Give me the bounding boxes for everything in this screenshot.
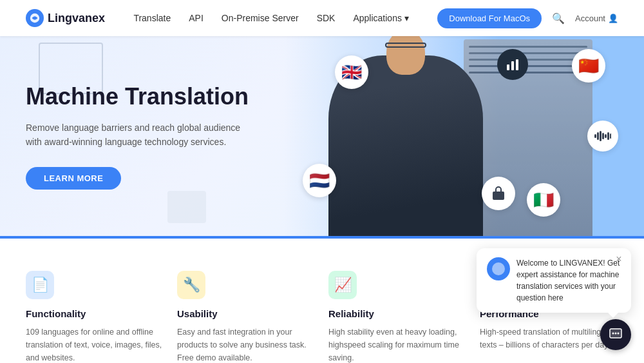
feature-icon-usability: 🔧 bbox=[177, 271, 205, 299]
chart-icon-circle bbox=[497, 49, 528, 80]
svg-rect-5 bbox=[597, 132, 599, 140]
svg-rect-3 bbox=[516, 59, 518, 70]
feature-icon-reliability: 📈 bbox=[328, 271, 357, 299]
search-icon[interactable]: 🔍 bbox=[552, 12, 565, 25]
navbar: Lingvanex Translate API On-Premise Serve… bbox=[0, 0, 644, 36]
nav-api[interactable]: API bbox=[189, 13, 204, 23]
svg-rect-7 bbox=[602, 133, 604, 139]
download-button[interactable]: Download For MacOs bbox=[437, 8, 542, 28]
svg-rect-6 bbox=[600, 131, 601, 141]
learn-more-button[interactable]: LEARN MORE bbox=[26, 167, 121, 190]
svg-rect-9 bbox=[607, 132, 609, 140]
hero-image: 🇬🇧 🇳🇱 🇨🇳 🇮🇹 bbox=[283, 36, 644, 236]
hero-subtitle: Remove language barriers and reach globa… bbox=[26, 121, 245, 150]
hero-content: Machine Translation Remove language barr… bbox=[0, 50, 274, 222]
svg-rect-4 bbox=[594, 134, 596, 138]
svg-rect-2 bbox=[511, 61, 514, 70]
svg-point-14 bbox=[615, 333, 617, 335]
chat-open-button[interactable] bbox=[600, 319, 631, 350]
account-icon: 👤 bbox=[608, 14, 618, 23]
svg-rect-8 bbox=[605, 134, 607, 138]
flag-uk: 🇬🇧 bbox=[335, 55, 368, 89]
svg-point-15 bbox=[618, 333, 620, 335]
nav-sdk[interactable]: SDK bbox=[317, 13, 336, 23]
hero-title: Machine Translation bbox=[26, 83, 249, 110]
nav-links: Translate API On-Premise Server SDK Appl… bbox=[133, 13, 409, 23]
account-menu[interactable]: Account 👤 bbox=[575, 14, 618, 23]
hero-bg: 🇬🇧 🇳🇱 🇨🇳 🇮🇹 bbox=[283, 36, 644, 236]
feature-desc-functionality: 109 languages for online and offline tra… bbox=[26, 326, 164, 363]
feature-item-reliability: 📈 Reliability High stability even at hea… bbox=[328, 271, 467, 363]
logo[interactable]: Lingvanex bbox=[26, 9, 105, 27]
feature-title-functionality: Functionality bbox=[26, 308, 164, 319]
flag-netherlands: 🇳🇱 bbox=[303, 164, 336, 197]
logo-text: Lingvanex bbox=[48, 12, 105, 25]
hero-section: Machine Translation Remove language barr… bbox=[0, 36, 644, 236]
sound-icon-circle bbox=[587, 121, 618, 152]
nav-applications[interactable]: Applications ▾ bbox=[353, 13, 409, 23]
svg-rect-1 bbox=[507, 64, 509, 70]
chat-message: Welcome to LINGVANEX! Get expert assista… bbox=[516, 257, 621, 304]
feature-desc-reliability: High stability even at heavy loading, hi… bbox=[328, 326, 467, 363]
svg-rect-10 bbox=[610, 133, 611, 139]
logo-icon bbox=[26, 9, 44, 27]
nav-right: Download For MacOs 🔍 Account 👤 bbox=[437, 8, 618, 28]
svg-rect-11 bbox=[493, 191, 504, 200]
nav-translate[interactable]: Translate bbox=[133, 13, 171, 23]
feature-item-usability: 🔧 Usability Easy and fast integration in… bbox=[177, 271, 316, 363]
chevron-down-icon: ▾ bbox=[404, 13, 409, 23]
svg-point-13 bbox=[612, 333, 614, 335]
bag-icon-circle bbox=[482, 177, 515, 210]
chat-widget: × Welcome to LINGVANEX! Get expert assis… bbox=[477, 248, 631, 350]
feature-title-reliability: Reliability bbox=[328, 308, 467, 319]
feature-item-functionality: 📄 Functionality 109 languages for online… bbox=[26, 271, 164, 363]
flag-china: 🇨🇳 bbox=[572, 49, 605, 83]
feature-desc-usability: Easy and fast integration in your produc… bbox=[177, 326, 316, 363]
flag-italy: 🇮🇹 bbox=[527, 183, 560, 217]
chat-bubble: × Welcome to LINGVANEX! Get expert assis… bbox=[477, 248, 631, 313]
feature-title-usability: Usability bbox=[177, 308, 316, 319]
chat-avatar bbox=[487, 257, 510, 280]
nav-onpremise[interactable]: On-Premise Server bbox=[222, 13, 299, 23]
feature-icon-functionality: 📄 bbox=[26, 271, 54, 299]
chat-close-button[interactable]: × bbox=[613, 253, 625, 265]
